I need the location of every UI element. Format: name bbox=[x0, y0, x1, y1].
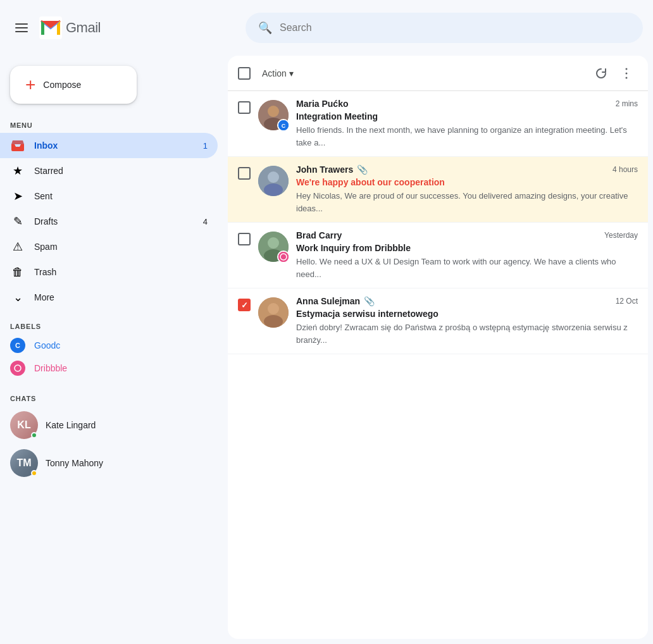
gmail-wordmark: Gmail bbox=[66, 20, 101, 36]
chats-section-label: CHATS bbox=[0, 387, 228, 406]
email-2-time: 4 hours bbox=[613, 165, 638, 174]
sidebar-item-trash[interactable]: 🗑 Trash bbox=[0, 259, 218, 285]
main-layout: + Compose MENU Inbox 1 ★ Starred ➤ Sent … bbox=[0, 56, 653, 644]
spam-label: Spam bbox=[34, 242, 208, 252]
svg-text:C: C bbox=[282, 123, 286, 129]
action-button[interactable]: Action ▾ bbox=[256, 65, 300, 82]
dribbble-dot bbox=[10, 361, 25, 376]
more-options-button[interactable] bbox=[615, 62, 638, 85]
svg-point-14 bbox=[268, 171, 279, 183]
email-1-preview: Hello friends. In the next month, we hav… bbox=[296, 124, 638, 149]
email-1-content: Maria Pućko 2 mins Integration Meeting H… bbox=[296, 99, 638, 149]
toolbar-actions-right bbox=[590, 62, 638, 85]
trash-label: Trash bbox=[34, 267, 208, 277]
select-all-checkbox[interactable] bbox=[238, 67, 251, 80]
chat-item-kate[interactable]: KL Kate Lingard ⋮ bbox=[0, 406, 218, 444]
star-icon: ★ bbox=[10, 163, 25, 178]
goodc-dot: C bbox=[10, 338, 25, 353]
email-3-content: Brad Carry Yesterday Work Inquiry from D… bbox=[296, 230, 638, 280]
email-2-avatar bbox=[258, 166, 289, 196]
email-2-sender: John Trawers 📎 bbox=[296, 164, 368, 175]
svg-point-9 bbox=[268, 106, 279, 117]
trash-icon: 🗑 bbox=[10, 264, 25, 280]
email-4-checkbox[interactable] bbox=[238, 299, 251, 311]
sidebar-item-starred[interactable]: ★ Starred bbox=[0, 158, 218, 183]
gmail-logo: Gmail bbox=[39, 16, 101, 39]
attachment-icon-4: 📎 bbox=[364, 296, 375, 306]
gmail-m-icon bbox=[39, 16, 62, 39]
dribbble-label: Dribbble bbox=[34, 363, 67, 373]
compose-button[interactable]: + Compose bbox=[10, 66, 137, 104]
svg-text:C: C bbox=[15, 342, 20, 349]
email-3-time: Yesterday bbox=[604, 231, 638, 240]
svg-point-23 bbox=[264, 315, 283, 328]
label-item-dribbble[interactable]: Dribbble bbox=[0, 357, 218, 380]
more-label: More bbox=[34, 292, 208, 302]
sidebar-item-drafts[interactable]: ✎ Drafts 4 bbox=[0, 209, 218, 234]
svg-point-5 bbox=[626, 68, 628, 70]
refresh-button[interactable] bbox=[590, 62, 613, 85]
email-4-preview: Dzień dobry! Zwracam się do Państwa z pr… bbox=[296, 321, 638, 346]
email-1-time: 2 mins bbox=[616, 99, 638, 108]
chats-section: CHATS KL Kate Lingard ⋮ TM Tonny Mahony … bbox=[0, 387, 228, 482]
kate-online-indicator bbox=[31, 432, 37, 438]
drafts-label: Drafts bbox=[34, 216, 194, 226]
sent-label: Sent bbox=[34, 191, 208, 201]
chevron-down-icon: ⌄ bbox=[10, 290, 25, 305]
email-row-4[interactable]: Anna Sulejman 📎 12 Oct Estymacja serwisu… bbox=[228, 288, 648, 354]
search-input[interactable] bbox=[280, 22, 630, 34]
svg-point-7 bbox=[626, 77, 628, 78]
inbox-icon bbox=[10, 138, 25, 153]
hamburger-menu-button[interactable] bbox=[10, 18, 33, 37]
email-3-badge bbox=[277, 251, 290, 263]
app-header: Gmail 🔍 bbox=[0, 0, 653, 56]
email-1-avatar: C bbox=[258, 100, 289, 130]
email-3-sender: Brad Carry bbox=[296, 230, 342, 240]
action-arrow-icon: ▾ bbox=[289, 68, 294, 78]
starred-label: Starred bbox=[34, 166, 208, 176]
sidebar-item-more[interactable]: ⌄ More bbox=[0, 285, 218, 310]
email-1-checkbox[interactable] bbox=[238, 101, 251, 114]
email-2-subject: We're happy about our cooperation bbox=[296, 177, 638, 187]
tonny-avatar: TM bbox=[10, 449, 38, 477]
tonny-online-indicator bbox=[31, 470, 37, 476]
email-3-subject: Work Inquiry from Dribbble bbox=[296, 243, 638, 253]
sidebar-item-inbox[interactable]: Inbox 1 bbox=[0, 133, 218, 158]
email-3-preview: Hello. We need a UX & UI Design Team to … bbox=[296, 256, 638, 280]
email-3-header: Brad Carry Yesterday bbox=[296, 230, 638, 240]
email-1-subject: Integration Meeting bbox=[296, 111, 638, 121]
drafts-icon: ✎ bbox=[10, 214, 25, 229]
email-1-badge: C bbox=[277, 119, 290, 132]
drafts-badge: 4 bbox=[203, 217, 208, 226]
email-row-3[interactable]: Brad Carry Yesterday Work Inquiry from D… bbox=[228, 223, 648, 288]
email-2-content: John Trawers 📎 4 hours We're happy about… bbox=[296, 164, 638, 214]
email-toolbar: Action ▾ bbox=[228, 56, 648, 91]
email-4-avatar bbox=[258, 297, 289, 328]
sent-icon: ➤ bbox=[10, 189, 25, 204]
chat-item-tonny[interactable]: TM Tonny Mahony ⋮ bbox=[0, 444, 218, 482]
email-3-checkbox[interactable] bbox=[238, 233, 251, 245]
label-item-goodc[interactable]: C Goodc bbox=[0, 334, 218, 357]
spam-icon: ⚠ bbox=[10, 239, 25, 254]
sidebar-item-spam[interactable]: ⚠ Spam bbox=[0, 234, 218, 259]
svg-point-15 bbox=[264, 183, 283, 196]
tonny-name: Tonny Mahony bbox=[46, 458, 189, 468]
email-2-checkbox[interactable] bbox=[238, 167, 251, 180]
inbox-badge: 1 bbox=[203, 141, 208, 151]
header-left: Gmail bbox=[10, 16, 238, 39]
menu-section-label: MENU bbox=[0, 114, 228, 133]
sidebar: + Compose MENU Inbox 1 ★ Starred ➤ Sent … bbox=[0, 56, 228, 644]
email-row-1[interactable]: C Maria Pućko 2 mins Integration Meeting… bbox=[228, 91, 648, 157]
kate-name: Kate Lingard bbox=[46, 420, 189, 430]
email-row-2[interactable]: John Trawers 📎 4 hours We're happy about… bbox=[228, 157, 648, 223]
svg-point-6 bbox=[626, 72, 628, 74]
svg-point-17 bbox=[268, 237, 279, 249]
inbox-label: Inbox bbox=[34, 140, 194, 151]
email-4-time: 12 Oct bbox=[616, 297, 638, 306]
goodc-label: Goodc bbox=[34, 340, 60, 350]
search-bar[interactable]: 🔍 bbox=[246, 13, 643, 43]
email-1-sender: Maria Pućko bbox=[296, 99, 348, 109]
email-2-header: John Trawers 📎 4 hours bbox=[296, 164, 638, 175]
email-1-header: Maria Pućko 2 mins bbox=[296, 99, 638, 109]
sidebar-item-sent[interactable]: ➤ Sent bbox=[0, 183, 218, 209]
